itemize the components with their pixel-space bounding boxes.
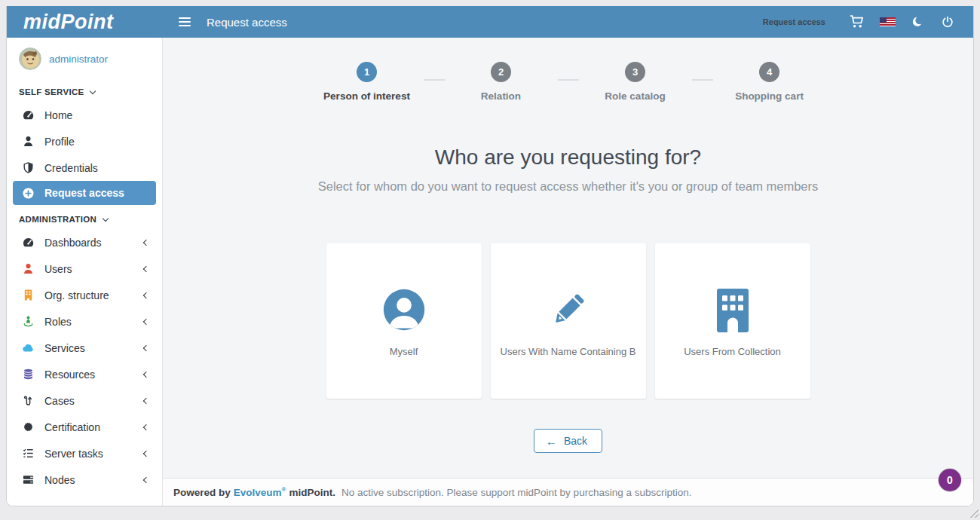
database-icon [21, 368, 35, 381]
sidebar-item-server-tasks[interactable]: Server tasks [7, 440, 162, 466]
midpoint-logo[interactable]: midPoint [23, 11, 144, 34]
resize-handle-icon[interactable] [969, 508, 978, 518]
chevron-left-icon [143, 397, 149, 403]
sidebar-item-cases[interactable]: Cases [7, 387, 162, 414]
hamburger-menu-icon[interactable] [176, 14, 194, 29]
sidebar-item-certification[interactable]: Certification [7, 414, 162, 440]
sidebar-item-roles[interactable]: Roles [7, 308, 162, 335]
user-panel: administrator [7, 38, 162, 78]
chevron-left-icon [143, 371, 149, 377]
power-icon[interactable] [933, 16, 963, 28]
cloud-icon [21, 341, 35, 355]
footer: Powered by Evolveum® midPoint. No active… [163, 478, 973, 506]
midpoint-text: midPoint. [289, 487, 335, 498]
selection-tiles: Myself Users With Name Containing B [326, 243, 810, 399]
page-title: Request access [207, 16, 287, 29]
sidebar-item-request-access[interactable]: Request access [13, 181, 156, 205]
tachometer-icon [21, 109, 35, 122]
tile-myself[interactable]: Myself [326, 243, 482, 399]
username-link[interactable]: administrator [49, 54, 108, 65]
user-circle-icon [381, 243, 427, 332]
chevron-left-icon [143, 450, 149, 456]
step-number-badge: 1 [357, 62, 377, 82]
subscription-note: No active subscription. Please support m… [341, 487, 692, 498]
app-window: midPoint Request access Request access [6, 6, 974, 506]
route-icon [21, 394, 35, 408]
avatar[interactable] [19, 47, 41, 70]
step-shopping-cart[interactable]: 4 Shopping cart [713, 62, 826, 102]
chevron-left-icon [143, 476, 149, 482]
sidebar-item-resources[interactable]: Resources [7, 361, 162, 387]
sidebar-item-dashboards[interactable]: Dashboards [7, 229, 162, 255]
street-view-icon [21, 315, 35, 329]
server-icon [21, 473, 35, 487]
chevron-left-icon [143, 424, 149, 430]
step-number-badge: 3 [625, 62, 645, 82]
main-content: 1 Person of interest 2 Relation 3 Role c… [163, 38, 973, 506]
arrow-left-icon: ← [546, 436, 557, 447]
chevron-left-icon [143, 344, 149, 350]
desktop-background: midPoint Request access Request access [0, 0, 980, 520]
sidebar-item-org-structure[interactable]: Org. structure [7, 282, 162, 308]
chevron-down-icon [90, 87, 96, 93]
back-button[interactable]: ← Back [534, 429, 602, 453]
sidebar-item-home[interactable]: Home [7, 102, 162, 128]
chevron-left-icon [143, 292, 149, 298]
sidebar-section-self-service[interactable]: SELF SERVICE [7, 78, 162, 102]
chevron-left-icon [143, 265, 149, 271]
step-connector [424, 79, 445, 81]
breadcrumb: Request access [763, 17, 825, 26]
sidebar-item-credentials[interactable]: Credentials [7, 154, 162, 181]
step-connector [558, 79, 579, 81]
wizard-stepper: 1 Person of interest 2 Relation 3 Role c… [311, 62, 826, 102]
moon-icon[interactable] [902, 16, 933, 28]
sidebar-item-users[interactable]: Users [7, 255, 162, 282]
tile-users-with-name-containing-b[interactable]: Users With Name Containing B [491, 243, 646, 399]
building-icon [21, 289, 35, 302]
shield-icon [21, 161, 35, 175]
tile-users-from-collection[interactable]: Users From Collection [655, 243, 810, 399]
topbar-actions: Request access [763, 15, 963, 29]
sidebar-item-profile[interactable]: Profile [7, 128, 162, 154]
powered-by-text: Powered by [173, 487, 231, 498]
cart-count-badge[interactable]: 0 [939, 469, 961, 491]
evolveum-link[interactable]: Evolveum® [234, 486, 286, 498]
chevron-down-icon [103, 215, 109, 221]
certificate-icon [21, 421, 35, 434]
chevron-left-icon [143, 318, 149, 324]
sidebar-item-services[interactable]: Services [7, 335, 162, 361]
sidebar-item-nodes[interactable]: Nodes [7, 466, 162, 493]
pencil-icon [546, 243, 591, 332]
us-flag-icon[interactable] [872, 17, 902, 26]
tachometer-icon [21, 236, 35, 249]
step-role-catalog[interactable]: 3 Role catalog [579, 62, 692, 102]
chevron-left-icon [143, 239, 149, 245]
step-number-badge: 4 [759, 62, 779, 82]
sidebar-section-administration[interactable]: ADMINISTRATION [7, 205, 162, 229]
question-title: Who are you requesting for? [435, 145, 701, 170]
step-number-badge: 2 [491, 62, 511, 82]
step-connector [692, 79, 713, 81]
top-navbar: midPoint Request access Request access [7, 6, 973, 38]
sidebar: administrator SELF SERVICE Home Profile … [7, 38, 163, 506]
user-icon [21, 262, 35, 276]
user-icon [21, 135, 35, 148]
step-person-of-interest[interactable]: 1 Person of interest [311, 62, 424, 102]
cart-icon[interactable] [842, 15, 872, 29]
tasks-icon [21, 447, 35, 460]
plus-circle-icon [21, 186, 35, 200]
step-relation[interactable]: 2 Relation [445, 62, 558, 102]
building-icon [713, 243, 752, 332]
question-subtitle: Select for whom do you want to request a… [318, 179, 818, 194]
